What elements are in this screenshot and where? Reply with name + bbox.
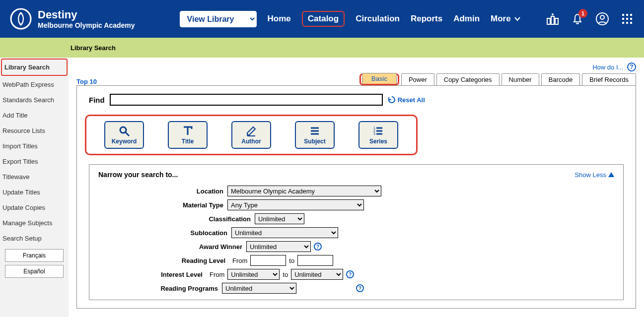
search-panel: Find Reset All Keyword Title bbox=[76, 85, 636, 309]
sublocation-select[interactable]: Unlimited bbox=[231, 227, 338, 238]
material-type-select[interactable]: Any Type bbox=[227, 199, 364, 210]
award-winner-label: Award Winner bbox=[98, 243, 246, 251]
nav-home[interactable]: Home bbox=[268, 14, 291, 24]
location-select[interactable]: Melbourne Olympic Academy bbox=[227, 186, 381, 196]
tab-power[interactable]: Power bbox=[401, 73, 434, 85]
sidebar-item-update-titles[interactable]: Update Titles bbox=[0, 185, 69, 200]
site-icon[interactable] bbox=[546, 12, 560, 26]
sidebar-item-library-search[interactable]: Library Search bbox=[1, 59, 68, 76]
find-row: Find Reset All bbox=[89, 94, 624, 106]
destiny-logo-icon bbox=[10, 8, 32, 30]
svg-rect-10 bbox=[622, 18, 624, 20]
keyword-button[interactable]: Keyword bbox=[104, 121, 144, 149]
nav-circulation[interactable]: Circulation bbox=[356, 14, 400, 24]
sidebar-item-export-titles[interactable]: Export Titles bbox=[0, 154, 69, 169]
sidebar-item-titlewave[interactable]: Titlewave bbox=[0, 169, 69, 185]
show-less-toggle[interactable]: Show Less bbox=[574, 171, 614, 179]
svg-rect-13 bbox=[622, 22, 624, 24]
sidebar-item-import-titles[interactable]: Import Titles bbox=[0, 138, 69, 154]
language-francais-button[interactable]: Français bbox=[5, 249, 64, 262]
classification-select[interactable]: Unlimited bbox=[255, 213, 304, 224]
sidebar-item-add-title[interactable]: Add Title bbox=[0, 108, 69, 123]
main-header: Destiny Melbourne Olympic Academy View L… bbox=[0, 0, 644, 38]
triangle-up-icon bbox=[608, 172, 614, 177]
subject-button[interactable]: Subject bbox=[295, 121, 335, 149]
help-icon-award[interactable]: ? bbox=[314, 243, 322, 251]
help-icon-interest[interactable]: ? bbox=[346, 270, 354, 278]
user-icon[interactable] bbox=[595, 12, 609, 26]
help-link[interactable]: How do I... ? bbox=[76, 63, 636, 71]
list-icon: 123 bbox=[372, 125, 384, 137]
nav-reports[interactable]: Reports bbox=[411, 14, 442, 24]
language-espanol-button[interactable]: Español bbox=[5, 265, 64, 278]
tab-brief-records[interactable]: Brief Records bbox=[582, 73, 636, 85]
tab-copy-categories[interactable]: Copy Categories bbox=[436, 73, 500, 85]
reading-level-to-input[interactable] bbox=[297, 255, 333, 266]
reset-all-link[interactable]: Reset All bbox=[388, 96, 425, 104]
svg-point-6 bbox=[600, 15, 604, 19]
nav-more[interactable]: More bbox=[491, 14, 521, 24]
title-button[interactable]: Title bbox=[168, 121, 208, 149]
svg-rect-11 bbox=[626, 18, 628, 20]
chevron-down-icon bbox=[514, 15, 521, 22]
narrow-title: Narrow your search to... bbox=[98, 171, 178, 179]
sublocation-label: Sublocation bbox=[98, 229, 231, 237]
main-nav: View Library Home Catalog Circulation Re… bbox=[180, 11, 521, 27]
nav-catalog[interactable]: Catalog bbox=[302, 11, 345, 27]
title-icon bbox=[182, 125, 194, 137]
tab-barcode[interactable]: Barcode bbox=[541, 73, 580, 85]
series-button[interactable]: 123 Series bbox=[358, 121, 398, 149]
svg-rect-15 bbox=[630, 22, 632, 24]
logo-box: Destiny Melbourne Olympic Academy bbox=[10, 8, 135, 30]
svg-point-16 bbox=[120, 127, 126, 133]
narrow-header: Narrow your search to... Show Less bbox=[98, 171, 614, 179]
reading-programs-label: Reading Programs bbox=[98, 285, 222, 292]
sidebar-item-resource-lists[interactable]: Resource Lists bbox=[0, 123, 69, 138]
sidebar-item-search-setup[interactable]: Search Setup bbox=[0, 231, 69, 246]
nav-admin[interactable]: Admin bbox=[453, 14, 480, 24]
sidebar-item-webpath-express[interactable]: WebPath Express bbox=[0, 77, 69, 92]
brand: Destiny Melbourne Olympic Academy bbox=[38, 8, 135, 29]
location-label: Location bbox=[98, 188, 227, 195]
notification-badge: 1 bbox=[578, 9, 587, 18]
sidebar-item-update-copies[interactable]: Update Copies bbox=[0, 200, 69, 215]
tab-basic[interactable]: Basic bbox=[359, 73, 399, 85]
reading-level-from-input[interactable] bbox=[250, 255, 286, 266]
svg-rect-3 bbox=[555, 18, 558, 24]
tab-number[interactable]: Number bbox=[501, 73, 539, 85]
interest-level-label: Interest Level bbox=[98, 271, 207, 278]
author-button[interactable]: Author bbox=[231, 121, 271, 149]
svg-rect-1 bbox=[547, 18, 550, 24]
brand-subtitle: Melbourne Olympic Academy bbox=[38, 21, 135, 29]
pencil-icon bbox=[245, 125, 257, 137]
layout: Library Search WebPath Express Standards… bbox=[0, 58, 644, 317]
subheader: Library Search bbox=[0, 38, 644, 58]
subheader-title: Library Search bbox=[71, 44, 116, 52]
help-icon-programs[interactable]: ? bbox=[356, 284, 364, 292]
bell-icon[interactable]: 1 bbox=[571, 12, 584, 26]
apps-grid-icon[interactable] bbox=[620, 12, 634, 26]
sidebar: Library Search WebPath Express Standards… bbox=[0, 58, 69, 317]
narrow-search-panel: Narrow your search to... Show Less Locat… bbox=[89, 164, 624, 300]
search-icon bbox=[118, 125, 130, 137]
find-label: Find bbox=[89, 96, 105, 104]
top-10-link[interactable]: Top 10 bbox=[76, 78, 97, 85]
reading-programs-select[interactable]: Unlimited bbox=[222, 283, 296, 294]
material-type-label: Material Type bbox=[98, 201, 227, 209]
main-content: How do I... ? Top 10 Basic Power Copy Ca… bbox=[69, 58, 644, 317]
svg-rect-14 bbox=[626, 22, 628, 24]
reset-icon bbox=[388, 96, 396, 104]
view-library-select[interactable]: View Library bbox=[180, 11, 257, 27]
search-tabs: Basic Power Copy Categories Number Barco… bbox=[358, 73, 636, 85]
narrow-form: Location Melbourne Olympic Academy Mater… bbox=[98, 186, 614, 294]
lines-icon bbox=[309, 125, 321, 137]
interest-level-from-select[interactable]: Unlimited bbox=[227, 269, 280, 280]
svg-point-4 bbox=[552, 13, 554, 15]
sidebar-item-standards-search[interactable]: Standards Search bbox=[0, 92, 69, 108]
sidebar-item-manage-subjects[interactable]: Manage Subjects bbox=[0, 215, 69, 231]
interest-level-to-select[interactable]: Unlimited bbox=[291, 269, 343, 280]
header-icons: 1 bbox=[546, 12, 634, 26]
classification-label: Classification bbox=[98, 215, 255, 223]
award-winner-select[interactable]: Unlimited bbox=[246, 241, 311, 252]
find-input[interactable] bbox=[110, 94, 383, 106]
